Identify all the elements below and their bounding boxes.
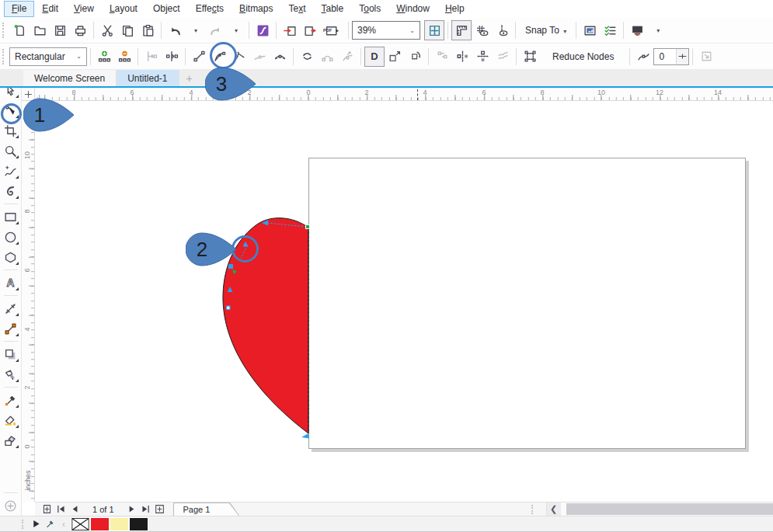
elastic-mode-button[interactable] — [493, 47, 513, 67]
toolbar-grip[interactable] — [2, 49, 5, 64]
curve-smoothness-spinbox[interactable]: 0 — [653, 48, 689, 65]
parallel-dimension-tool[interactable] — [1, 298, 21, 318]
connector-tool[interactable] — [1, 318, 21, 339]
swatch-red[interactable] — [90, 517, 110, 531]
menu-layout[interactable]: Layout — [102, 1, 145, 17]
customization-button[interactable] — [600, 20, 620, 40]
extend-curve-button[interactable] — [317, 47, 337, 67]
options-button[interactable] — [580, 20, 600, 40]
polygon-tool[interactable] — [1, 247, 21, 267]
welcome-screen-dropdown[interactable]: ▾ — [647, 20, 667, 40]
swatch-black[interactable] — [129, 517, 148, 531]
curve-smoothness-button[interactable] — [633, 47, 653, 67]
export-button[interactable] — [300, 20, 320, 40]
menu-window[interactable]: Window — [388, 1, 437, 17]
palette-eyedropper-button[interactable] — [43, 518, 57, 530]
swatch-no-color[interactable] — [71, 517, 90, 531]
text-tool[interactable]: A — [1, 273, 21, 293]
stretch-nodes-button[interactable] — [385, 47, 405, 67]
paste-button[interactable] — [138, 20, 158, 40]
cut-button[interactable] — [97, 20, 117, 40]
grid-toggle[interactable] — [472, 20, 492, 40]
rulers-toggle[interactable] — [451, 20, 472, 40]
slider-stepper-icon[interactable] — [676, 49, 688, 64]
add-nodes-button[interactable] — [94, 47, 114, 67]
new-document-tab-button[interactable]: + — [179, 70, 200, 86]
undo-dropdown[interactable]: ▾ — [185, 20, 205, 40]
rotate-nodes-button[interactable] — [405, 47, 425, 67]
menu-edit[interactable]: Edit — [34, 1, 66, 17]
menu-view[interactable]: View — [66, 1, 102, 17]
menu-bitmaps[interactable]: Bitmaps — [232, 1, 280, 17]
convert-to-line-button[interactable] — [189, 47, 209, 67]
tab-untitled-1[interactable]: Untitled-1 — [117, 70, 179, 86]
drop-shadow-tool[interactable] — [1, 344, 21, 364]
page-1-tab[interactable]: Page 1 — [173, 502, 240, 516]
welcome-screen-button[interactable] — [627, 20, 647, 40]
box-selection-mode-button[interactable] — [696, 47, 716, 67]
swatch-cream[interactable] — [110, 517, 129, 531]
close-curve-button[interactable]: D — [364, 47, 385, 67]
transparency-tool[interactable] — [1, 364, 21, 384]
previous-page-button[interactable] — [68, 503, 82, 516]
undo-button[interactable] — [165, 20, 185, 40]
scrollbar-thumb[interactable] — [566, 503, 773, 515]
redo-dropdown[interactable]: ▾ — [225, 20, 245, 40]
publish-pdf-button[interactable]: PDF — [320, 20, 345, 40]
snap-to-button[interactable]: Snap To ▾ — [519, 25, 573, 36]
zoom-level-combobox[interactable]: 39% ⌄ — [352, 21, 420, 40]
extract-subpath-button[interactable] — [337, 47, 357, 67]
reverse-direction-button[interactable] — [297, 47, 317, 67]
guidelines-toggle[interactable] — [492, 20, 512, 40]
copy-button[interactable] — [117, 20, 138, 40]
import-button[interactable] — [280, 20, 300, 40]
reduce-nodes-button[interactable]: Reduce Nodes — [546, 51, 620, 62]
toolbar-grip[interactable] — [2, 23, 5, 38]
redo-button[interactable] — [205, 20, 225, 40]
open-button[interactable] — [30, 20, 50, 40]
reflect-vertical-button[interactable] — [472, 47, 493, 67]
new-document-button[interactable] — [9, 20, 30, 40]
add-page-after-button[interactable] — [153, 503, 167, 516]
scrollbar-track[interactable] — [561, 502, 773, 516]
add-page-button[interactable] — [40, 503, 54, 516]
scroll-left-button[interactable]: ❮ — [547, 502, 561, 516]
interactive-fill-tool[interactable] — [1, 410, 21, 430]
last-page-button[interactable] — [139, 503, 153, 516]
page[interactable] — [308, 158, 746, 449]
next-page-button[interactable] — [125, 503, 139, 516]
symmetrical-node-button[interactable] — [270, 47, 290, 67]
preset-combobox[interactable]: Rectangular ⌄ — [9, 47, 87, 66]
vertical-ruler[interactable]: 10 8 6 4 2 0 inches — [22, 101, 35, 502]
drawing-canvas[interactable] — [35, 101, 773, 502]
customize-toolbox-button[interactable] — [1, 495, 21, 516]
color-eyedropper-tool[interactable] — [1, 390, 21, 410]
reflect-horizontal-button[interactable] — [452, 47, 472, 67]
artistic-media-tool[interactable] — [1, 181, 21, 201]
palette-scroll-left-button[interactable]: ‹ — [57, 518, 71, 530]
tab-welcome-screen[interactable]: Welcome Screen — [23, 70, 117, 86]
menu-help[interactable]: Help — [437, 1, 472, 17]
delete-nodes-button[interactable] — [114, 47, 134, 67]
launch-app-button[interactable] — [252, 20, 273, 40]
horizontal-scrollbar[interactable]: ❮ — [546, 502, 773, 516]
menu-tools[interactable]: Tools — [351, 1, 388, 17]
rectangle-tool[interactable] — [1, 207, 21, 227]
fullscreen-preview-button[interactable] — [424, 20, 444, 40]
select-all-nodes-button[interactable] — [520, 47, 540, 67]
join-nodes-button[interactable] — [141, 47, 162, 67]
menu-text[interactable]: Text — [280, 1, 313, 17]
ellipse-tool[interactable] — [1, 227, 21, 247]
zoom-tool[interactable] — [1, 141, 21, 161]
palette-expand-button[interactable] — [29, 518, 43, 530]
scrollbar-splitter[interactable] — [531, 505, 534, 514]
palette-grip[interactable] — [22, 520, 25, 529]
freehand-tool[interactable] — [1, 161, 21, 181]
horizontal-ruler[interactable]: 8 6 4 2 0 2 4 6 8 10 12 14 — [35, 88, 773, 101]
smooth-node-button[interactable] — [249, 47, 270, 67]
save-button[interactable] — [50, 20, 70, 40]
align-nodes-button[interactable] — [432, 47, 452, 67]
menu-object[interactable]: Object — [145, 1, 188, 17]
menu-table[interactable]: Table — [314, 1, 352, 17]
menu-file[interactable]: File — [4, 1, 34, 17]
